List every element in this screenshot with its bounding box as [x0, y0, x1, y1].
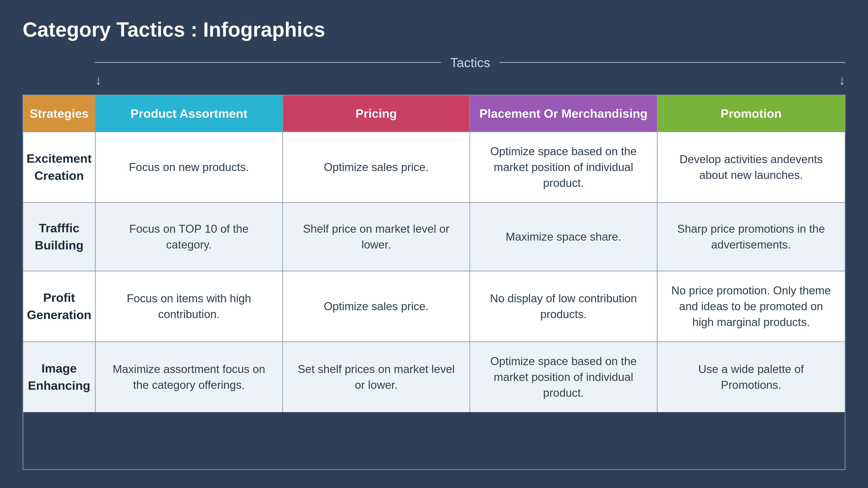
tactics-arrows: ↓ ↓: [23, 72, 845, 88]
arrow-down-left-icon: ↓: [95, 72, 102, 88]
header-pricing: Pricing: [283, 95, 470, 131]
arrow-down-right-icon: ↓: [839, 72, 845, 88]
cell-profit-placement: No display of low contribution products.: [470, 271, 657, 341]
header-strategies: Strategies: [23, 95, 96, 131]
table-row: Profit Generation Focus on items with hi…: [23, 271, 845, 341]
header-placement: Placement Or Merchandising: [470, 95, 657, 131]
strategy-name-image: Image Enhancing: [23, 342, 96, 412]
tactics-line-left: [95, 62, 441, 63]
cell-image-product: Maximize assortment focus on the categor…: [96, 342, 283, 412]
table-body: Excitement Creation Focus on new product…: [23, 131, 845, 412]
cell-image-placement: Optimize space based on the market posit…: [470, 342, 657, 412]
page-title: Category Tactics : Infographics: [23, 18, 845, 41]
table-row: Excitement Creation Focus on new product…: [23, 131, 845, 202]
table-header: Strategies Product Assortment Pricing Pl…: [23, 95, 845, 131]
cell-traffic-pricing: Shelf price on market level or lower.: [283, 203, 470, 271]
header-promotion: Promotion: [657, 95, 845, 131]
cell-excitement-placement: Optimize space based on the market posit…: [470, 132, 657, 202]
cell-excitement-product: Focus on new products.: [96, 132, 283, 202]
cell-excitement-promotion: Develop activities andevents about new l…: [657, 132, 845, 202]
cell-excitement-pricing: Optimize sales price.: [283, 132, 470, 202]
cell-image-promotion: Use a wide palette of Promotions.: [657, 342, 845, 412]
cell-traffic-product: Focus on TOP 10 of the category.: [96, 203, 283, 271]
cell-image-pricing: Set shelf prices on market level or lowe…: [283, 342, 470, 412]
strategy-name-traffic: Trafffic Building: [23, 203, 96, 271]
cell-traffic-placement: Maximize space share.: [470, 203, 657, 271]
table-row: Image Enhancing Maximize assortment focu…: [23, 341, 845, 412]
header-product-assortment: Product Assortment: [96, 95, 283, 131]
cell-profit-promotion: No price promotion. Only theme and ideas…: [657, 271, 845, 341]
main-table: Strategies Product Assortment Pricing Pl…: [23, 95, 845, 470]
cell-profit-product: Focus on items with high contribution.: [96, 271, 283, 341]
strategy-name-profit: Profit Generation: [23, 271, 96, 341]
cell-traffic-promotion: Sharp price promotions in the advertisem…: [657, 203, 845, 271]
tactics-label: Tactics: [441, 55, 499, 70]
strategy-name-excitement: Excitement Creation: [23, 132, 96, 202]
tactics-line-right: [499, 62, 845, 63]
table-row: Trafffic Building Focus on TOP 10 of the…: [23, 202, 845, 271]
cell-profit-pricing: Optimize sales price.: [283, 271, 470, 341]
